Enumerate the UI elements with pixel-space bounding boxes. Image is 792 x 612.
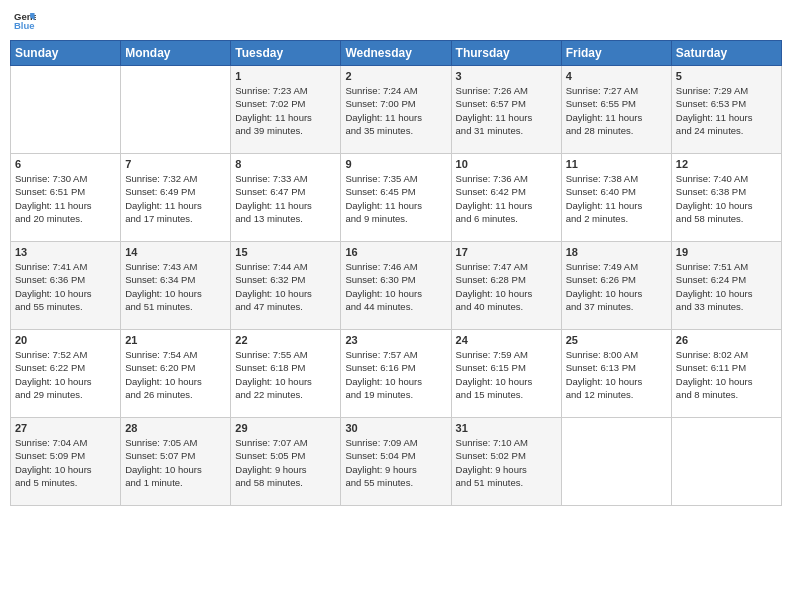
calendar-cell: 25Sunrise: 8:00 AM Sunset: 6:13 PM Dayli…: [561, 330, 671, 418]
column-header-friday: Friday: [561, 41, 671, 66]
day-info: Sunrise: 7:10 AM Sunset: 5:02 PM Dayligh…: [456, 436, 557, 489]
day-number: 10: [456, 158, 557, 170]
calendar-cell: 2Sunrise: 7:24 AM Sunset: 7:00 PM Daylig…: [341, 66, 451, 154]
day-number: 13: [15, 246, 116, 258]
calendar-cell: 4Sunrise: 7:27 AM Sunset: 6:55 PM Daylig…: [561, 66, 671, 154]
column-header-wednesday: Wednesday: [341, 41, 451, 66]
calendar-week-row: 20Sunrise: 7:52 AM Sunset: 6:22 PM Dayli…: [11, 330, 782, 418]
day-info: Sunrise: 7:04 AM Sunset: 5:09 PM Dayligh…: [15, 436, 116, 489]
day-info: Sunrise: 7:05 AM Sunset: 5:07 PM Dayligh…: [125, 436, 226, 489]
calendar-cell: 19Sunrise: 7:51 AM Sunset: 6:24 PM Dayli…: [671, 242, 781, 330]
day-info: Sunrise: 8:00 AM Sunset: 6:13 PM Dayligh…: [566, 348, 667, 401]
calendar-cell: 20Sunrise: 7:52 AM Sunset: 6:22 PM Dayli…: [11, 330, 121, 418]
day-number: 5: [676, 70, 777, 82]
calendar-cell: 15Sunrise: 7:44 AM Sunset: 6:32 PM Dayli…: [231, 242, 341, 330]
day-number: 6: [15, 158, 116, 170]
column-header-sunday: Sunday: [11, 41, 121, 66]
day-number: 16: [345, 246, 446, 258]
calendar-cell: 7Sunrise: 7:32 AM Sunset: 6:49 PM Daylig…: [121, 154, 231, 242]
calendar-cell: 26Sunrise: 8:02 AM Sunset: 6:11 PM Dayli…: [671, 330, 781, 418]
calendar-cell: 31Sunrise: 7:10 AM Sunset: 5:02 PM Dayli…: [451, 418, 561, 506]
day-info: Sunrise: 7:51 AM Sunset: 6:24 PM Dayligh…: [676, 260, 777, 313]
logo-icon: General Blue: [14, 10, 36, 32]
calendar-cell: [671, 418, 781, 506]
day-number: 26: [676, 334, 777, 346]
calendar-table: SundayMondayTuesdayWednesdayThursdayFrid…: [10, 40, 782, 506]
calendar-cell: 23Sunrise: 7:57 AM Sunset: 6:16 PM Dayli…: [341, 330, 451, 418]
calendar-cell: 9Sunrise: 7:35 AM Sunset: 6:45 PM Daylig…: [341, 154, 451, 242]
day-info: Sunrise: 7:07 AM Sunset: 5:05 PM Dayligh…: [235, 436, 336, 489]
calendar-cell: 28Sunrise: 7:05 AM Sunset: 5:07 PM Dayli…: [121, 418, 231, 506]
day-info: Sunrise: 8:02 AM Sunset: 6:11 PM Dayligh…: [676, 348, 777, 401]
day-info: Sunrise: 7:30 AM Sunset: 6:51 PM Dayligh…: [15, 172, 116, 225]
day-number: 8: [235, 158, 336, 170]
svg-text:Blue: Blue: [14, 20, 35, 31]
calendar-cell: 6Sunrise: 7:30 AM Sunset: 6:51 PM Daylig…: [11, 154, 121, 242]
day-info: Sunrise: 7:38 AM Sunset: 6:40 PM Dayligh…: [566, 172, 667, 225]
day-info: Sunrise: 7:54 AM Sunset: 6:20 PM Dayligh…: [125, 348, 226, 401]
calendar-cell: 29Sunrise: 7:07 AM Sunset: 5:05 PM Dayli…: [231, 418, 341, 506]
day-info: Sunrise: 7:44 AM Sunset: 6:32 PM Dayligh…: [235, 260, 336, 313]
calendar-cell: [561, 418, 671, 506]
day-info: Sunrise: 7:55 AM Sunset: 6:18 PM Dayligh…: [235, 348, 336, 401]
day-number: 19: [676, 246, 777, 258]
calendar-cell: 21Sunrise: 7:54 AM Sunset: 6:20 PM Dayli…: [121, 330, 231, 418]
calendar-cell: [11, 66, 121, 154]
calendar-cell: 30Sunrise: 7:09 AM Sunset: 5:04 PM Dayli…: [341, 418, 451, 506]
logo: General Blue: [14, 10, 38, 32]
day-info: Sunrise: 7:43 AM Sunset: 6:34 PM Dayligh…: [125, 260, 226, 313]
day-number: 30: [345, 422, 446, 434]
day-info: Sunrise: 7:09 AM Sunset: 5:04 PM Dayligh…: [345, 436, 446, 489]
day-info: Sunrise: 7:24 AM Sunset: 7:00 PM Dayligh…: [345, 84, 446, 137]
calendar-cell: 10Sunrise: 7:36 AM Sunset: 6:42 PM Dayli…: [451, 154, 561, 242]
column-header-thursday: Thursday: [451, 41, 561, 66]
day-info: Sunrise: 7:40 AM Sunset: 6:38 PM Dayligh…: [676, 172, 777, 225]
calendar-cell: [121, 66, 231, 154]
day-info: Sunrise: 7:26 AM Sunset: 6:57 PM Dayligh…: [456, 84, 557, 137]
day-number: 12: [676, 158, 777, 170]
calendar-cell: 8Sunrise: 7:33 AM Sunset: 6:47 PM Daylig…: [231, 154, 341, 242]
calendar-cell: 22Sunrise: 7:55 AM Sunset: 6:18 PM Dayli…: [231, 330, 341, 418]
calendar-cell: 12Sunrise: 7:40 AM Sunset: 6:38 PM Dayli…: [671, 154, 781, 242]
day-number: 20: [15, 334, 116, 346]
day-number: 15: [235, 246, 336, 258]
day-info: Sunrise: 7:35 AM Sunset: 6:45 PM Dayligh…: [345, 172, 446, 225]
day-info: Sunrise: 7:29 AM Sunset: 6:53 PM Dayligh…: [676, 84, 777, 137]
calendar-header-row: SundayMondayTuesdayWednesdayThursdayFrid…: [11, 41, 782, 66]
day-number: 29: [235, 422, 336, 434]
day-number: 24: [456, 334, 557, 346]
day-info: Sunrise: 7:32 AM Sunset: 6:49 PM Dayligh…: [125, 172, 226, 225]
day-info: Sunrise: 7:41 AM Sunset: 6:36 PM Dayligh…: [15, 260, 116, 313]
calendar-cell: 27Sunrise: 7:04 AM Sunset: 5:09 PM Dayli…: [11, 418, 121, 506]
day-info: Sunrise: 7:59 AM Sunset: 6:15 PM Dayligh…: [456, 348, 557, 401]
calendar-cell: 5Sunrise: 7:29 AM Sunset: 6:53 PM Daylig…: [671, 66, 781, 154]
day-number: 4: [566, 70, 667, 82]
calendar-week-row: 27Sunrise: 7:04 AM Sunset: 5:09 PM Dayli…: [11, 418, 782, 506]
page-header: General Blue: [10, 10, 782, 32]
day-info: Sunrise: 7:49 AM Sunset: 6:26 PM Dayligh…: [566, 260, 667, 313]
calendar-cell: 3Sunrise: 7:26 AM Sunset: 6:57 PM Daylig…: [451, 66, 561, 154]
calendar-cell: 17Sunrise: 7:47 AM Sunset: 6:28 PM Dayli…: [451, 242, 561, 330]
day-number: 23: [345, 334, 446, 346]
day-info: Sunrise: 7:46 AM Sunset: 6:30 PM Dayligh…: [345, 260, 446, 313]
day-info: Sunrise: 7:52 AM Sunset: 6:22 PM Dayligh…: [15, 348, 116, 401]
column-header-saturday: Saturday: [671, 41, 781, 66]
calendar-cell: 16Sunrise: 7:46 AM Sunset: 6:30 PM Dayli…: [341, 242, 451, 330]
calendar-cell: 13Sunrise: 7:41 AM Sunset: 6:36 PM Dayli…: [11, 242, 121, 330]
day-number: 11: [566, 158, 667, 170]
column-header-monday: Monday: [121, 41, 231, 66]
day-number: 31: [456, 422, 557, 434]
day-info: Sunrise: 7:27 AM Sunset: 6:55 PM Dayligh…: [566, 84, 667, 137]
day-info: Sunrise: 7:57 AM Sunset: 6:16 PM Dayligh…: [345, 348, 446, 401]
day-info: Sunrise: 7:47 AM Sunset: 6:28 PM Dayligh…: [456, 260, 557, 313]
day-number: 2: [345, 70, 446, 82]
day-number: 22: [235, 334, 336, 346]
day-number: 1: [235, 70, 336, 82]
calendar-cell: 24Sunrise: 7:59 AM Sunset: 6:15 PM Dayli…: [451, 330, 561, 418]
column-header-tuesday: Tuesday: [231, 41, 341, 66]
day-number: 9: [345, 158, 446, 170]
calendar-week-row: 1Sunrise: 7:23 AM Sunset: 7:02 PM Daylig…: [11, 66, 782, 154]
day-info: Sunrise: 7:33 AM Sunset: 6:47 PM Dayligh…: [235, 172, 336, 225]
day-number: 7: [125, 158, 226, 170]
day-number: 21: [125, 334, 226, 346]
